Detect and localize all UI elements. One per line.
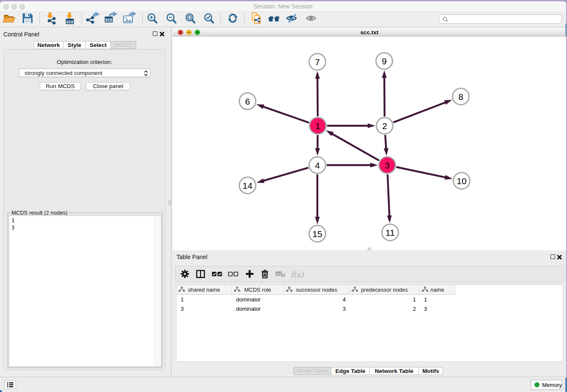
table-panel: Table Panel	[173, 251, 566, 377]
optimization-criterion-select[interactable]: strongly connected component	[19, 69, 151, 77]
table-cell[interactable]: 3	[284, 304, 350, 313]
control-panel-close-icon[interactable]	[160, 31, 165, 36]
import-network-button[interactable]	[43, 12, 58, 25]
tab-network[interactable]: Network	[34, 41, 63, 49]
search-box[interactable]	[439, 14, 562, 24]
vertical-splitter-grip[interactable]	[168, 200, 171, 205]
first-neighbors-icon	[267, 12, 281, 26]
table-cell[interactable]: 4	[284, 295, 350, 304]
table-panel-float-icon[interactable]	[550, 254, 555, 259]
run-mcds-button[interactable]: Run MCDS	[40, 82, 81, 90]
table-cell[interactable]: 1	[176, 295, 232, 304]
tab-select[interactable]: Select	[86, 41, 111, 49]
tab-node-table[interactable]: Node Table	[293, 367, 331, 375]
zoom-in-button[interactable]	[145, 12, 160, 25]
graph-node-3[interactable]: 3	[379, 157, 396, 174]
graph-node-8[interactable]: 8	[453, 88, 469, 105]
svg-text:7: 7	[315, 57, 320, 67]
graph-node-14[interactable]: 14	[239, 177, 256, 194]
memory-button-label: Memory	[542, 382, 562, 388]
tab-network-table[interactable]: Network Table	[370, 367, 419, 375]
open-session-button[interactable]	[2, 12, 17, 25]
refresh-icon	[226, 12, 240, 26]
export-network-button[interactable]	[85, 12, 100, 25]
search-input[interactable]	[450, 15, 559, 23]
show-all-button[interactable]	[304, 12, 319, 25]
memory-button[interactable]: Memory	[531, 380, 562, 390]
table-cell[interactable]: dominator	[232, 295, 284, 304]
svg-text:15: 15	[312, 229, 322, 239]
column-header-shared-name[interactable]: shared name	[176, 285, 232, 295]
tab-motifs[interactable]: Motifs	[419, 367, 443, 375]
deselect-all-button[interactable]	[226, 268, 240, 281]
column-header-name[interactable]: name	[420, 285, 455, 295]
column-header-successor-nodes[interactable]: successor nodes	[284, 285, 350, 295]
import-table-icon	[63, 12, 77, 26]
tab-mcds[interactable]: MCDS	[111, 41, 136, 49]
hide-selected-button[interactable]	[285, 12, 300, 25]
application-window: Session: New Session	[0, 1, 566, 392]
mcds-panel: Optimization criterion: strongly connect…	[3, 49, 165, 370]
graph-node-7[interactable]: 7	[309, 54, 326, 70]
select-all-button[interactable]	[210, 268, 224, 281]
tab-style[interactable]: Style	[63, 41, 86, 49]
unchecks-icon	[228, 269, 239, 280]
graph-node-2[interactable]: 2	[377, 118, 393, 134]
function-builder-button: f(x)	[290, 268, 304, 281]
node-list-button[interactable]	[4, 381, 16, 389]
svg-text:11: 11	[385, 228, 395, 237]
table-cell[interactable]: 2	[350, 304, 420, 313]
column-layout-button[interactable]	[193, 268, 208, 281]
export-table-button[interactable]	[103, 12, 118, 25]
toolbar-separator	[220, 13, 221, 24]
close-panel-button[interactable]: Close panel	[86, 82, 130, 90]
delete-column-button[interactable]	[258, 268, 272, 281]
mcds-result-scrollbar[interactable]	[154, 216, 160, 366]
graph-node-4[interactable]: 4	[309, 157, 326, 174]
add-column-button[interactable]	[242, 268, 257, 281]
column-header-predecessor-nodes[interactable]: predecessor nodes	[350, 285, 420, 295]
export-image-button[interactable]	[121, 12, 137, 25]
svg-text:1: 1	[315, 121, 320, 131]
zoom-selected-button[interactable]	[201, 12, 217, 25]
table-cell[interactable]: 1	[350, 295, 420, 304]
save-icon	[20, 12, 35, 26]
columns-icon	[195, 269, 206, 280]
eye-slash-icon	[285, 12, 300, 26]
import-table-button[interactable]	[62, 12, 77, 25]
control-panel-float-icon[interactable]	[153, 31, 157, 36]
save-session-button[interactable]	[20, 12, 35, 25]
graph-node-10[interactable]: 10	[454, 173, 470, 189]
duplicate-network-button[interactable]	[248, 12, 264, 25]
table-panel-close-icon[interactable]	[557, 254, 562, 259]
table-cell[interactable]: 3	[420, 304, 455, 313]
export-image-icon	[122, 12, 136, 26]
export-table-icon	[103, 12, 118, 26]
table-cell[interactable]: dominator	[232, 304, 284, 313]
table-cell[interactable]: 1	[420, 295, 455, 304]
plus-icon	[245, 269, 255, 280]
graph-node-9[interactable]: 9	[376, 53, 393, 69]
vertical-splitter[interactable]	[168, 27, 172, 377]
network-frame-titlebar: scc.txt	[173, 28, 566, 36]
zoom-fit-button[interactable]	[183, 12, 198, 25]
list-icon	[7, 382, 14, 388]
node-table[interactable]: shared name MCDS role successor nodes	[176, 284, 563, 362]
mcds-result-textarea[interactable]: 13	[9, 215, 161, 367]
network-graph-canvas[interactable]: 7 9 6 8 1 2 4 3 14 10 15 11	[173, 37, 566, 250]
column-header-MCDS-role[interactable]: MCDS role	[232, 285, 284, 295]
graph-node-11[interactable]: 11	[382, 224, 399, 241]
first-neighbors-button[interactable]	[266, 12, 281, 25]
tab-edge-table[interactable]: Edge Table	[331, 367, 370, 375]
graph-node-6[interactable]: 6	[239, 93, 256, 110]
table-settings-button[interactable]	[178, 268, 192, 281]
table-cell[interactable]: 3	[176, 304, 232, 313]
horizontal-splitter-grip[interactable]	[368, 248, 371, 250]
zoom-out-button[interactable]	[164, 12, 179, 25]
graph-node-15[interactable]: 15	[309, 226, 326, 242]
network-view-frame: scc.txt 7 9 6 8 1 2 4 3 14 10 15 1	[173, 27, 566, 250]
table-delete-icon	[275, 269, 286, 280]
toolbar-separator	[244, 13, 245, 24]
graph-node-1[interactable]: 1	[310, 118, 326, 134]
refresh-layout-button[interactable]	[225, 12, 240, 25]
